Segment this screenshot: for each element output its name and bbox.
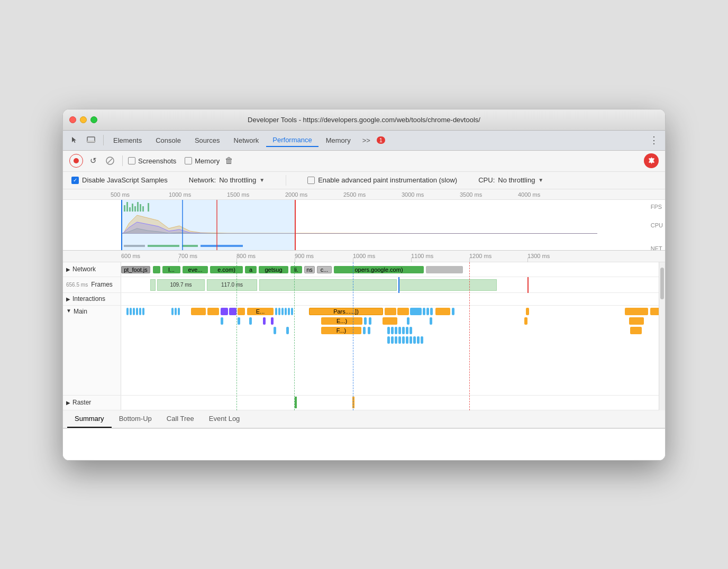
overview-chart[interactable]: FPS CPU NET [63,200,665,250]
main-block-r4[interactable] [417,336,420,344]
main-block[interactable] [221,308,228,315]
main-block[interactable] [397,308,409,315]
record-button[interactable] [69,154,83,168]
cursor-icon[interactable] [67,133,81,147]
main-block-pars[interactable]: Pars......]) [309,308,383,315]
network-block-5[interactable]: a [245,266,257,273]
main-block[interactable] [191,308,206,315]
main-block-r4[interactable] [410,336,412,344]
main-block-r2[interactable] [364,317,367,325]
main-block-r4[interactable] [402,336,405,344]
network-block-10[interactable]: opers.google.com) [334,266,424,273]
close-button[interactable] [69,116,76,123]
main-block-e2[interactable]: E...) [321,317,362,325]
main-block-r3[interactable] [406,327,408,334]
scrollbar-thumb[interactable] [660,268,664,299]
trash-button[interactable]: 🗑 [225,156,233,166]
tab-call-tree[interactable]: Call Tree [159,410,202,428]
main-block[interactable] [278,308,280,315]
main-block-r3[interactable] [286,327,289,334]
main-block-e[interactable]: E... [247,308,274,315]
network-block-9[interactable]: c... [317,266,332,273]
advanced-paint-checkbox[interactable] [307,177,315,184]
main-block[interactable] [625,308,648,315]
main-block[interactable] [281,308,284,315]
tab-event-log[interactable]: Event Log [202,410,248,428]
main-block[interactable] [136,308,138,315]
main-track-label[interactable]: ▼ Main [63,306,121,395]
main-block[interactable] [426,308,429,315]
network-block-3[interactable]: eve... [183,266,208,273]
main-block[interactable] [430,308,433,315]
main-block[interactable] [178,308,180,315]
clear-button[interactable] [103,154,117,168]
main-block[interactable] [171,308,174,315]
disable-js-samples-option[interactable]: ✓ Disable JavaScript Samples [71,176,168,184]
main-block[interactable] [410,308,422,315]
main-block[interactable] [207,308,219,315]
main-block[interactable] [288,308,290,315]
main-block-r4[interactable] [406,336,408,344]
network-track-label[interactable]: ▶ Network [63,262,121,277]
main-block-r3[interactable] [395,327,397,334]
network-block-7[interactable]: li. [290,266,302,273]
main-block[interactable] [139,308,141,315]
screenshots-checkbox-label[interactable]: Screenshots [128,157,176,165]
network-block-1[interactable] [153,266,160,273]
main-block[interactable] [526,308,529,315]
tab-console[interactable]: Console [149,134,187,146]
main-block[interactable] [275,308,277,315]
cpu-throttle-arrow[interactable]: ▼ [538,177,543,183]
main-block-r3[interactable] [398,327,401,334]
devtools-menu-button[interactable]: ⋮ [647,133,661,147]
main-block-r3[interactable] [274,327,276,334]
main-block-r2[interactable] [369,317,371,325]
main-block-r3[interactable] [387,327,390,334]
main-block-r2[interactable] [383,317,397,325]
interactions-track-content[interactable] [121,293,665,305]
tab-bottom-up[interactable]: Bottom-Up [112,410,159,428]
network-throttle-arrow[interactable]: ▼ [259,177,265,183]
main-block-r2[interactable] [430,317,432,325]
memory-checkbox[interactable] [185,157,192,164]
main-block-r2[interactable] [238,317,240,325]
tab-performance[interactable]: Performance [266,134,318,147]
tab-elements[interactable]: Elements [107,134,148,146]
main-track-content[interactable]: E... Pars......]) [121,306,665,396]
main-block[interactable] [133,308,135,315]
main-block-r4[interactable] [398,336,401,344]
tab-network[interactable]: Network [228,134,266,146]
main-block-r2[interactable] [249,317,252,325]
main-block-r2[interactable] [524,317,527,325]
main-block[interactable] [229,308,236,315]
main-block[interactable] [435,308,450,315]
maximize-button[interactable] [90,116,97,123]
frames-track-content[interactable]: 109.7 ms 117.0 ms [121,277,665,293]
disable-js-samples-checkbox[interactable]: ✓ [71,177,79,184]
network-block-6[interactable]: getsug [259,266,288,273]
main-block-r3[interactable] [391,327,394,334]
advanced-paint-option[interactable]: Enable advanced paint instrumentation (s… [307,176,457,184]
main-block[interactable] [385,308,396,315]
main-block-r4[interactable] [391,336,394,344]
main-block[interactable] [142,308,144,315]
raster-track-content[interactable] [121,396,665,410]
minimize-button[interactable] [80,116,87,123]
main-block-r3[interactable] [368,327,370,334]
scrollbar-track[interactable] [659,262,665,410]
reload-record-button[interactable]: ↺ [86,154,100,168]
main-block[interactable] [285,308,287,315]
interactions-track-label[interactable]: ▶ Interactions [63,293,121,305]
network-block-4[interactable]: e.com) [210,266,243,273]
dock-icon[interactable] [84,133,98,147]
tab-memory[interactable]: Memory [320,134,357,146]
main-block-f[interactable]: F...) [321,327,361,334]
main-block[interactable] [175,308,177,315]
main-block[interactable] [452,308,454,315]
screenshots-checkbox[interactable] [128,157,135,164]
main-block-r2[interactable] [271,317,274,325]
network-block-11[interactable] [426,266,463,273]
raster-track-label[interactable]: ▶ Raster [63,396,121,410]
main-block-r3[interactable] [410,327,412,334]
main-block[interactable] [130,308,132,315]
